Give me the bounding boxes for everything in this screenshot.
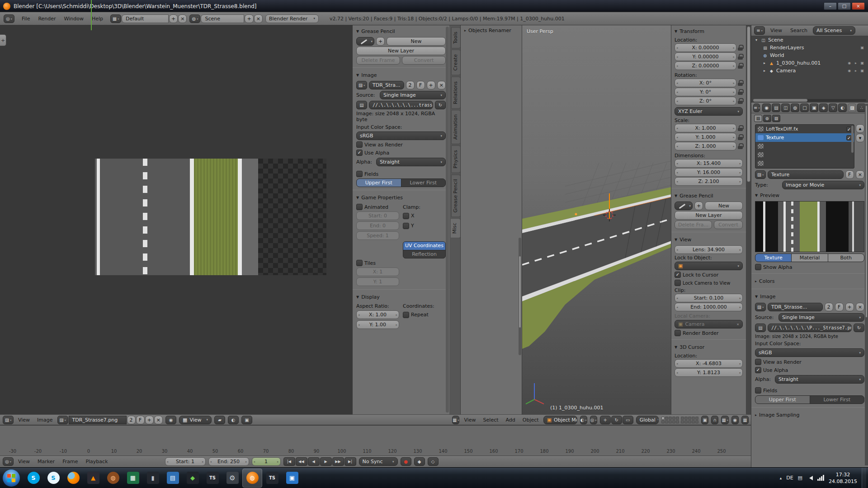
- material-tab[interactable]: ◐: [838, 103, 847, 112]
- editor-type-button[interactable]: ≡▾: [754, 26, 765, 35]
- viewport-canvas[interactable]: [522, 25, 671, 414]
- menu-item[interactable]: Window: [62, 16, 85, 22]
- object-tab[interactable]: □: [800, 103, 809, 112]
- taskbar-button[interactable]: ▤: [163, 469, 182, 487]
- scale-field[interactable]: Y: 1.000: [675, 133, 736, 141]
- rotation-mode-select[interactable]: XYZ Euler▾: [675, 107, 743, 116]
- display-panel-header[interactable]: ▼Display: [353, 292, 449, 302]
- texture-name-field[interactable]: Texture: [768, 170, 844, 179]
- taskbar-button[interactable]: ▮: [143, 469, 162, 487]
- scene-tab[interactable]: ◫: [781, 103, 790, 112]
- lock-icon[interactable]: [738, 98, 743, 104]
- grease-pencil-brush-select[interactable]: [356, 37, 374, 46]
- translate-manipulator-icon[interactable]: +: [600, 416, 611, 424]
- lower-first-button[interactable]: Lower First: [401, 179, 446, 187]
- texture-tab[interactable]: ▨: [848, 103, 856, 112]
- menu-item[interactable]: File: [20, 16, 32, 22]
- preview-material-button[interactable]: Material: [791, 254, 827, 262]
- convert-button[interactable]: Convert: [714, 221, 743, 229]
- scene-browse[interactable]: ◍▾: [189, 14, 200, 23]
- render-opengl-icon[interactable]: ◉: [731, 416, 739, 424]
- menu-item[interactable]: Playback: [84, 459, 109, 465]
- paint-mode-icon[interactable]: ◐: [228, 416, 239, 424]
- screen-layout-field[interactable]: Default: [122, 14, 169, 23]
- file-browse-icon[interactable]: ▤: [755, 324, 766, 332]
- image-name-field[interactable]: TDR_Strasse...: [768, 303, 823, 311]
- lock-camera-checkbox[interactable]: [675, 280, 681, 286]
- taskbar-button[interactable]: ⚙: [223, 469, 242, 487]
- convert-button[interactable]: Convert: [402, 56, 446, 65]
- lock-icon[interactable]: [738, 89, 743, 95]
- rotation-field[interactable]: X: 0°: [675, 79, 736, 87]
- clip-end-field[interactable]: End: 1000.000: [675, 303, 743, 311]
- toolshelf-tab[interactable]: Relations: [451, 77, 461, 109]
- texture-slot-list[interactable]: LoftTexDiff.fx Texture: [755, 124, 854, 169]
- lock-icon[interactable]: [738, 45, 743, 51]
- location-field[interactable]: Z: 0.00000: [675, 61, 736, 70]
- image-panel-header[interactable]: ▼Image: [751, 291, 868, 302]
- tiles-x-field[interactable]: X: 1: [356, 267, 399, 276]
- display-channel-select[interactable]: ▦View▾: [179, 416, 212, 424]
- location-field[interactable]: Y: 0.00000: [675, 52, 736, 61]
- editor-type-button[interactable]: ▦▾: [452, 416, 459, 424]
- jump-to-start-button[interactable]: |◀: [283, 457, 295, 466]
- next-keyframe-button[interactable]: ▶▶: [332, 457, 344, 466]
- lock-icon[interactable]: [738, 134, 743, 140]
- dimension-field[interactable]: Y: 16.000: [675, 168, 743, 177]
- texture-slot-row-selected[interactable]: Texture: [755, 133, 854, 142]
- taskbar-button[interactable]: ◍: [104, 469, 123, 487]
- tiles-checkbox[interactable]: [356, 260, 363, 266]
- image-sampling-panel-header[interactable]: ▸Image Sampling: [751, 410, 868, 420]
- tiles-y-field[interactable]: Y: 1: [356, 277, 399, 286]
- sync-mode-select[interactable]: No Sync▾: [359, 457, 398, 466]
- colorspace-select[interactable]: sRGB▾: [755, 348, 864, 357]
- world-tab[interactable]: ◍: [791, 103, 799, 112]
- scene-field[interactable]: Scene: [201, 14, 244, 23]
- rotation-field[interactable]: Y: 0°: [675, 88, 736, 96]
- play-reverse-button[interactable]: ◀: [308, 457, 320, 466]
- source-select[interactable]: Single Image▾: [380, 91, 446, 99]
- scene-add-button[interactable]: +: [245, 14, 253, 23]
- fields-checkbox[interactable]: [356, 171, 363, 177]
- uv-coordinates-button[interactable]: UV Coordinates: [403, 242, 445, 250]
- editor-type-button[interactable]: ◎▾: [3, 457, 14, 466]
- taskbar-button[interactable]: S: [44, 469, 63, 487]
- view-panel-header[interactable]: ▼View: [671, 235, 746, 245]
- menu-item[interactable]: View: [769, 28, 784, 33]
- taskbar-button[interactable]: ◆: [183, 469, 202, 487]
- viewport-shading-select[interactable]: ◐▾: [580, 416, 587, 424]
- objects-renamer-panel-header[interactable]: ▸Objects Renamer: [461, 25, 522, 36]
- screen-layout-close-button[interactable]: ×: [178, 14, 187, 23]
- region-expand-tab[interactable]: +: [0, 34, 6, 46]
- upper-first-button[interactable]: Upper First: [755, 396, 810, 404]
- texture-type-select[interactable]: Image or Movie▾: [782, 181, 864, 189]
- image-browse-button[interactable]: ▨▾: [57, 416, 68, 424]
- texture-browse-button[interactable]: ▨▾: [755, 170, 766, 179]
- local-camera-field[interactable]: ▣Camera×: [675, 320, 743, 328]
- lock-icon[interactable]: [738, 125, 743, 131]
- lock-icon[interactable]: [738, 80, 743, 86]
- rotation-field[interactable]: Z: 0°: [675, 97, 736, 105]
- prev-keyframe-button[interactable]: ◀◀: [296, 457, 307, 466]
- expand-icon[interactable]: ▸: [762, 61, 767, 65]
- unlink-button[interactable]: ×: [856, 170, 864, 179]
- menu-item[interactable]: View: [462, 417, 477, 423]
- row-toggle-icons[interactable]: ▣: [860, 46, 865, 50]
- taskbar-button[interactable]: ◍: [243, 469, 262, 487]
- outliner-row-scene[interactable]: ▾ ◫ Scene: [751, 36, 868, 44]
- taskbar-button[interactable]: TS: [263, 469, 282, 487]
- image-path-field[interactable]: //.\.\.\.\.\.\P..._Strasse7.png: [768, 324, 852, 332]
- taskbar-button[interactable]: ▲: [84, 469, 103, 487]
- grease-pencil-panel-header[interactable]: ▼Grease Pencil: [353, 26, 449, 37]
- editor-type-button[interactable]: ▨▾: [3, 416, 14, 424]
- play-button[interactable]: ▶: [320, 457, 332, 466]
- grease-pencil-add-button[interactable]: +: [694, 202, 703, 210]
- mask-mode-icon[interactable]: ▣: [241, 416, 252, 424]
- use-alpha-checkbox[interactable]: [755, 367, 761, 373]
- lower-first-button[interactable]: Lower First: [810, 396, 864, 404]
- list-scrollbar[interactable]: [851, 126, 854, 153]
- image-name-field[interactable]: TDR_Strasse7.png: [69, 416, 127, 424]
- show-desktop-button[interactable]: [862, 468, 866, 488]
- menu-item[interactable]: Select: [481, 417, 500, 423]
- taskbar-button[interactable]: [64, 469, 83, 487]
